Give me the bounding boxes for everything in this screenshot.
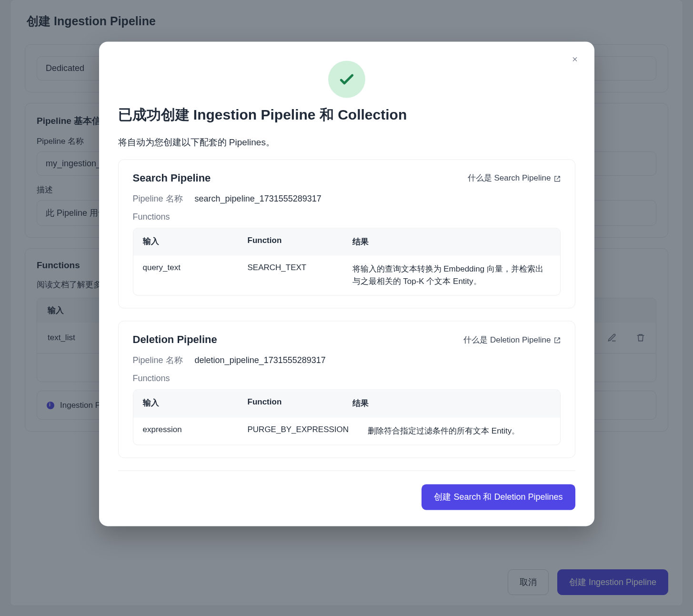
deletion-help-link[interactable]: 什么是 Deletion Pipeline — [463, 334, 560, 345]
th-function: Function — [238, 228, 343, 256]
table-header: 输入 Function 结果 — [133, 228, 560, 256]
deletion-name-value: deletion_pipeline_1731555289317 — [195, 355, 326, 365]
modal-footer: 创建 Search 和 Deletion Pipelines — [118, 470, 575, 510]
cell-result: 删除符合指定过滤条件的所有文本 Entity。 — [358, 417, 560, 445]
search-help-link[interactable]: 什么是 Search Pipeline — [468, 172, 561, 183]
th-input: 输入 — [133, 228, 238, 256]
th-result: 结果 — [343, 228, 560, 256]
search-functions-table: 输入 Function 结果 query_text SEARCH_TEXT 将输… — [133, 228, 561, 296]
cell-function: SEARCH_TEXT — [238, 255, 343, 295]
create-search-deletion-button[interactable]: 创建 Search 和 Deletion Pipelines — [422, 484, 575, 510]
cell-input: expression — [133, 417, 238, 445]
cell-result: 将输入的查询文本转换为 Embedding 向量，并检索出与之最相关的 Top-… — [343, 255, 560, 295]
search-name-value: search_pipeline_1731555289317 — [195, 194, 321, 203]
success-modal: 已成功创建 Ingestion Pipeline 和 Collection 将自… — [99, 41, 594, 526]
table-row: query_text SEARCH_TEXT 将输入的查询文本转换为 Embed… — [133, 255, 560, 295]
name-key: Pipeline 名称 — [133, 355, 183, 365]
external-link-icon — [554, 336, 561, 343]
deletion-functions-table: 输入 Function 结果 expression PURGE_BY_EXPRE… — [133, 389, 561, 445]
cell-function: PURGE_BY_EXPRESSION — [238, 417, 359, 445]
cell-input: query_text — [133, 255, 238, 295]
functions-label: Functions — [133, 212, 561, 222]
table-header: 输入 Function 结果 — [133, 390, 560, 417]
th-function: Function — [238, 390, 343, 417]
name-key: Pipeline 名称 — [133, 194, 183, 203]
close-icon[interactable] — [570, 54, 580, 64]
table-row: expression PURGE_BY_EXPRESSION 删除符合指定过滤条… — [133, 417, 560, 445]
modal-title: 已成功创建 Ingestion Pipeline 和 Collection — [118, 105, 575, 125]
modal-subtitle: 将自动为您创建以下配套的 Pipelines。 — [118, 136, 575, 149]
search-name-row: Pipeline 名称 search_pipeline_173155528931… — [133, 193, 561, 204]
search-heading: Search Pipeline — [133, 172, 211, 184]
external-link-icon — [554, 175, 561, 182]
th-input: 输入 — [133, 390, 238, 417]
deletion-help-text: 什么是 Deletion Pipeline — [463, 334, 551, 345]
search-pipeline-card: Search Pipeline 什么是 Search Pipeline Pipe… — [118, 159, 575, 309]
search-help-text: 什么是 Search Pipeline — [468, 172, 551, 183]
functions-label: Functions — [133, 374, 561, 384]
deletion-pipeline-card: Deletion Pipeline 什么是 Deletion Pipeline … — [118, 321, 575, 458]
deletion-heading: Deletion Pipeline — [133, 333, 217, 346]
th-result: 结果 — [343, 390, 560, 417]
success-check-icon — [328, 61, 365, 98]
deletion-name-row: Pipeline 名称 deletion_pipeline_1731555289… — [133, 354, 561, 366]
